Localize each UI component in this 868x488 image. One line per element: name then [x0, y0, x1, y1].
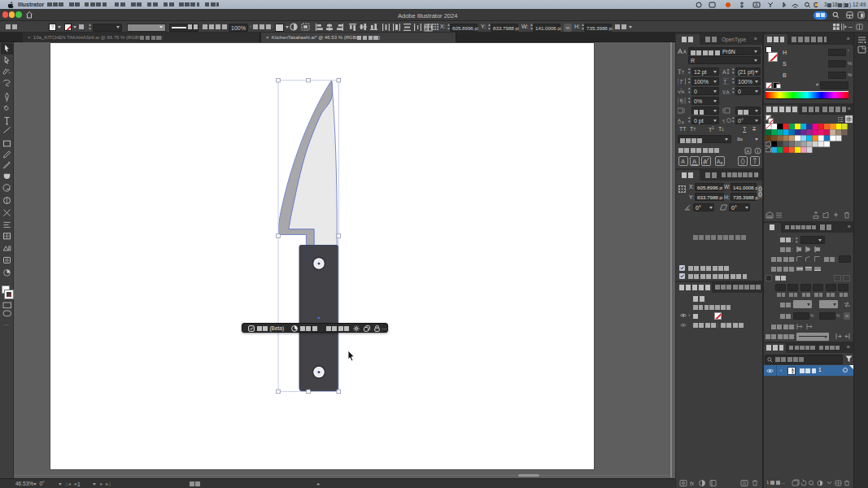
svg-text:T: T: [682, 70, 685, 75]
svg-text:V: V: [722, 89, 726, 94]
svg-text:A: A: [755, 2, 758, 7]
svg-text:A: A: [692, 158, 696, 165]
svg-text:A: A: [681, 158, 685, 165]
svg-text:fx: fx: [690, 481, 695, 486]
svg-text:A: A: [682, 89, 685, 94]
svg-text:V: V: [678, 89, 681, 94]
svg-text:A: A: [746, 149, 749, 154]
svg-text:A: A: [722, 69, 726, 75]
svg-text:T: T: [723, 79, 727, 85]
svg-text:A: A: [678, 118, 681, 123]
svg-text:T: T: [679, 79, 683, 85]
svg-text:T: T: [722, 119, 726, 124]
svg-text:a: a: [721, 160, 723, 165]
svg-text:a: a: [682, 120, 684, 124]
svg-text:A: A: [726, 89, 730, 94]
